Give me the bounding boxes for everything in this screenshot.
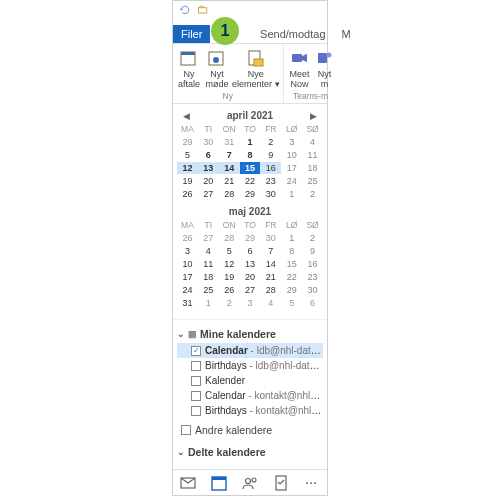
people-icon[interactable] [241, 474, 259, 492]
calendar-day[interactable]: 8 [240, 149, 261, 161]
calendar-day[interactable]: 2 [302, 232, 323, 244]
nav-more-button[interactable]: ··· [303, 474, 321, 492]
calendar-day[interactable]: 30 [260, 188, 281, 200]
calendar-day[interactable]: 2 [260, 136, 281, 148]
calendar-item[interactable]: Birthdays - ldb@nhl-data.dk [177, 358, 323, 373]
calendar-day[interactable]: 29 [240, 232, 261, 244]
new-items-button[interactable]: Nyeelementer ▾ [232, 48, 280, 89]
calendar-day[interactable]: 22 [240, 175, 261, 187]
calendar-day[interactable]: 21 [260, 271, 281, 283]
checkbox[interactable] [191, 391, 201, 401]
new-teams-meeting-button[interactable]: Nytm [315, 48, 335, 89]
calendar-day[interactable]: 17 [281, 162, 302, 174]
calendar-day[interactable]: 1 [281, 188, 302, 200]
calendar-day[interactable]: 11 [302, 149, 323, 161]
calendar-day[interactable]: 6 [198, 149, 219, 161]
calendar-item[interactable]: Kalender [177, 373, 323, 388]
calendar-day[interactable]: 22 [281, 271, 302, 283]
calendar-day[interactable]: 7 [219, 149, 240, 161]
calendar-day[interactable]: 23 [302, 271, 323, 283]
calendar-day[interactable]: 9 [260, 149, 281, 161]
tab-file[interactable]: Filer [173, 25, 210, 43]
calendar-day[interactable]: 10 [177, 258, 198, 270]
my-calendars-header[interactable]: ⌄ ▦ Mine kalendere [177, 324, 323, 343]
checkbox[interactable] [191, 361, 201, 371]
calendar-day[interactable]: 12 [177, 162, 198, 174]
month-next-button[interactable]: ▶ [310, 111, 317, 121]
calendar-day[interactable]: 4 [302, 136, 323, 148]
checkbox[interactable] [191, 406, 201, 416]
calendar-day[interactable]: 9 [302, 245, 323, 257]
new-appointment-button[interactable]: Nyaftale [176, 48, 202, 89]
tab-sendreceive[interactable]: Send/modtag [252, 25, 333, 43]
calendar-day[interactable]: 30 [260, 232, 281, 244]
other-calendars-item[interactable]: Andre kalendere [177, 418, 323, 440]
calendar-day[interactable]: 8 [281, 245, 302, 257]
calendar-day[interactable]: 5 [177, 149, 198, 161]
calendar-day[interactable]: 2 [219, 297, 240, 309]
calendar-day[interactable]: 26 [177, 232, 198, 244]
calendar-day[interactable]: 30 [302, 284, 323, 296]
calendar-day[interactable]: 30 [198, 136, 219, 148]
calendar-item[interactable]: Calendar - ldb@nhl-data.dk [177, 343, 323, 358]
mail-icon[interactable] [179, 474, 197, 492]
calendar-day[interactable]: 26 [177, 188, 198, 200]
calendar-day[interactable]: 29 [240, 188, 261, 200]
meet-now-button[interactable]: MeetNow [287, 48, 313, 89]
calendar-day[interactable]: 28 [260, 284, 281, 296]
shared-calendars-header[interactable]: ⌄ Delte kalendere [177, 440, 323, 461]
calendar-day[interactable]: 24 [177, 284, 198, 296]
calendar-day[interactable]: 24 [281, 175, 302, 187]
calendar-day[interactable]: 14 [260, 258, 281, 270]
refresh-icon[interactable] [179, 4, 191, 18]
calendar-day[interactable]: 12 [219, 258, 240, 270]
calendar-day[interactable]: 2 [302, 188, 323, 200]
checkbox[interactable] [181, 425, 191, 435]
calendar-day[interactable]: 1 [240, 136, 261, 148]
calendar-item[interactable]: Calendar - kontakt@nhl-dat... [177, 388, 323, 403]
calendar-day[interactable]: 11 [198, 258, 219, 270]
calendar-day[interactable]: 13 [240, 258, 261, 270]
calendar-day[interactable]: 25 [302, 175, 323, 187]
calendar-day[interactable]: 18 [198, 271, 219, 283]
calendar-day[interactable]: 1 [198, 297, 219, 309]
calendar-day[interactable]: 3 [240, 297, 261, 309]
calendar-icon[interactable] [210, 474, 228, 492]
sendreceive-folder-icon[interactable] [197, 4, 209, 18]
calendar-day[interactable]: 31 [177, 297, 198, 309]
calendar-day[interactable]: 19 [177, 175, 198, 187]
calendar-day[interactable]: 31 [219, 136, 240, 148]
calendar-day[interactable]: 23 [260, 175, 281, 187]
calendar-day[interactable]: 25 [198, 284, 219, 296]
calendar-day[interactable]: 27 [198, 232, 219, 244]
calendar-day[interactable]: 6 [302, 297, 323, 309]
calendar-item[interactable]: Birthdays - kontakt@nhl-dat... [177, 403, 323, 418]
calendar-day[interactable]: 10 [281, 149, 302, 161]
calendar-day[interactable]: 4 [198, 245, 219, 257]
calendar-day[interactable]: 7 [260, 245, 281, 257]
calendar-day[interactable]: 27 [240, 284, 261, 296]
tasks-icon[interactable] [272, 474, 290, 492]
calendar-day[interactable]: 16 [260, 162, 281, 174]
calendar-day[interactable]: 26 [219, 284, 240, 296]
calendar-day[interactable]: 4 [260, 297, 281, 309]
calendar-day[interactable]: 29 [281, 284, 302, 296]
calendar-day[interactable]: 16 [302, 258, 323, 270]
calendar-day[interactable]: 20 [198, 175, 219, 187]
calendar-day[interactable]: 5 [219, 245, 240, 257]
calendar-day[interactable]: 29 [177, 136, 198, 148]
calendar-day[interactable]: 21 [219, 175, 240, 187]
calendar-day[interactable]: 28 [219, 188, 240, 200]
new-meeting-button[interactable]: Nytmøde [204, 48, 230, 89]
calendar-day[interactable]: 5 [281, 297, 302, 309]
month-prev-button[interactable]: ◀ [183, 111, 190, 121]
calendar-day[interactable]: 15 [240, 162, 261, 174]
calendar-day[interactable]: 18 [302, 162, 323, 174]
calendar-day[interactable]: 28 [219, 232, 240, 244]
calendar-day[interactable]: 6 [240, 245, 261, 257]
calendar-day[interactable]: 3 [281, 136, 302, 148]
calendar-day[interactable]: 20 [240, 271, 261, 283]
tab-more[interactable]: M [334, 25, 359, 43]
calendar-day[interactable]: 17 [177, 271, 198, 283]
calendar-day[interactable]: 27 [198, 188, 219, 200]
